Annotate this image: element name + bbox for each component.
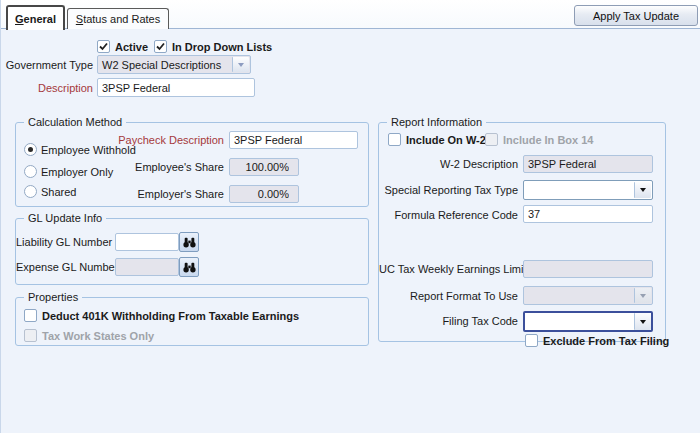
binoculars-icon <box>183 237 196 248</box>
report-format-to-use-label: Report Format To Use <box>379 290 518 303</box>
filing-tax-code-label: Filing Tax Code <box>379 315 518 328</box>
calculation-method-group: Calculation Method Employee Withhold Emp… <box>15 122 369 207</box>
calculation-method-title: Calculation Method <box>24 115 126 129</box>
in-drop-down-lists-checkbox[interactable] <box>154 40 167 53</box>
gl-update-info-group: GL Update Info Liability GL Number Expen… <box>15 218 369 285</box>
chevron-down-icon <box>640 294 646 298</box>
filing-tax-code-dropdown-button[interactable] <box>634 313 651 330</box>
description-label: Description <box>1 82 93 95</box>
report-information-group: Report Information Include On W-2 Includ… <box>378 122 666 342</box>
deduct-401k-label: Deduct 401K Withholding From Taxable Ear… <box>42 310 299 323</box>
liability-gl-number-input[interactable] <box>115 233 179 251</box>
binoculars-icon <box>183 262 196 273</box>
paycheck-description-input[interactable] <box>229 131 358 149</box>
include-on-w2-checkbox[interactable] <box>388 133 401 146</box>
employer-only-radio[interactable] <box>24 165 37 178</box>
uc-tax-weekly-earnings-limit-label: UC Tax Weekly Earnings Limit <box>379 263 518 276</box>
checkmark-icon <box>99 42 108 51</box>
include-in-box14-checkbox <box>485 133 498 146</box>
special-reporting-dropdown-button[interactable] <box>634 182 651 198</box>
government-type-label: Government Type <box>1 59 93 72</box>
chevron-down-icon <box>640 320 646 324</box>
description-input[interactable] <box>97 78 255 97</box>
tab-general[interactable]: General <box>6 5 65 30</box>
expense-gl-number-label: Expense GL Number <box>16 261 110 274</box>
formula-reference-code-label: Formula Reference Code <box>379 209 518 222</box>
government-type-value: W2 Special Descriptions <box>102 59 221 71</box>
expense-gl-number-field <box>115 258 179 276</box>
government-type-dropdown[interactable]: W2 Special Descriptions <box>97 55 251 74</box>
expense-gl-lookup-button[interactable] <box>179 257 199 277</box>
employees-share-field <box>229 158 299 176</box>
tax-code-window: Apply Tax Update General Status and Rate… <box>0 0 700 433</box>
special-reporting-tax-type-label: Special Reporting Tax Type <box>379 184 518 197</box>
shared-radio[interactable] <box>24 185 37 198</box>
checkmark-icon <box>156 42 165 51</box>
properties-group: Properties Deduct 401K Withholding From … <box>15 297 369 346</box>
w2-description-field <box>523 155 653 173</box>
government-type-dropdown-button[interactable] <box>232 57 249 72</box>
report-format-to-use-dropdown <box>523 286 653 305</box>
report-format-dropdown-button <box>634 288 651 303</box>
deduct-401k-checkbox[interactable] <box>24 309 37 322</box>
w2-description-label: W-2 Description <box>379 158 518 171</box>
filing-tax-code-dropdown[interactable] <box>523 311 653 332</box>
tax-work-states-label: Tax Work States Only <box>42 330 154 343</box>
special-reporting-tax-type-dropdown[interactable] <box>523 180 653 200</box>
uc-tax-weekly-earnings-limit-field <box>523 260 653 278</box>
formula-reference-code-input[interactable] <box>523 205 653 223</box>
employers-share-field <box>229 185 299 203</box>
active-checkbox[interactable] <box>97 40 110 53</box>
gl-update-info-title: GL Update Info <box>24 211 106 225</box>
employees-share-label: Employee's Share <box>76 161 224 174</box>
employers-share-label: Employer's Share <box>76 188 224 201</box>
include-in-box14-label: Include In Box 14 <box>503 134 593 147</box>
properties-title: Properties <box>24 290 82 304</box>
liability-gl-number-label: Liability GL Number <box>16 236 110 249</box>
exclude-from-tax-filing-checkbox[interactable] <box>525 334 538 347</box>
active-checkbox-label: Active <box>115 41 148 54</box>
in-drop-down-lists-label: In Drop Down Lists <box>172 41 272 54</box>
chevron-down-icon <box>238 63 244 67</box>
liability-gl-lookup-button[interactable] <box>179 232 199 252</box>
shared-label: Shared <box>41 186 76 199</box>
employee-withhold-radio[interactable] <box>24 143 37 156</box>
radio-dot <box>28 147 33 152</box>
paycheck-description-label: Paycheck Description <box>76 134 224 147</box>
tax-work-states-checkbox <box>24 329 37 342</box>
apply-tax-update-button[interactable]: Apply Tax Update <box>574 5 698 26</box>
chevron-down-icon <box>640 188 646 192</box>
exclude-from-tax-filing-label: Exclude From Tax Filing <box>543 335 669 348</box>
tab-status-and-rates[interactable]: Status and Rates <box>67 8 169 29</box>
report-information-title: Report Information <box>387 115 486 129</box>
include-on-w2-label: Include On W-2 <box>406 134 486 147</box>
